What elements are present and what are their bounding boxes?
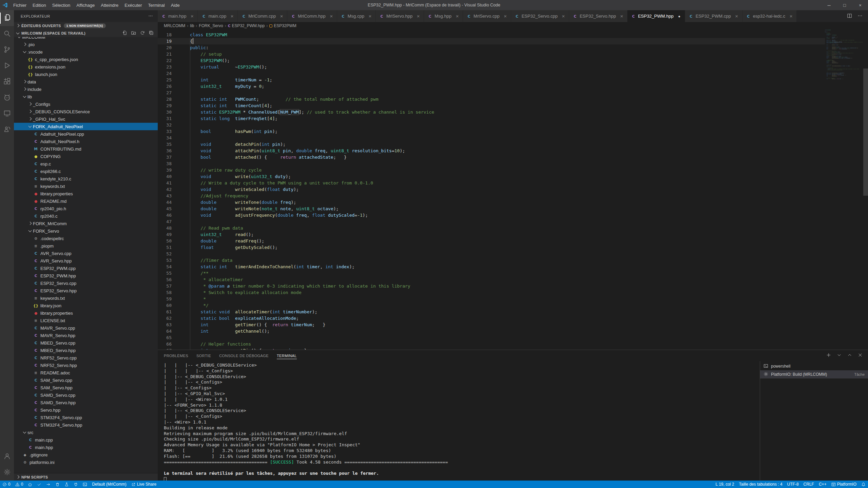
breadcrumb-item-lib[interactable]: lib (190, 23, 194, 28)
menu-affichage[interactable]: Affichage (73, 0, 98, 10)
tree-item-.codespellrc[interactable]: ⚙.codespellrc (14, 235, 158, 242)
status-pio-terminal[interactable] (80, 481, 90, 488)
status-pio-serial-monitor[interactable] (71, 481, 80, 488)
tree-item-_GPIO_Hal_Svc[interactable]: _GPIO_Hal_Svc (14, 115, 158, 123)
tree-item-FORK_Adafruit_NeoPixel[interactable]: FORK_Adafruit_NeoPixel (14, 123, 158, 130)
tree-item-_DEBUG_CONSOLEService[interactable]: _DEBUG_CONSOLEService (14, 108, 158, 115)
tab-MrlServo.hpp[interactable]: CMrlServo.hpp× (376, 10, 424, 22)
menu-exécuter[interactable]: Exécuter (121, 0, 145, 10)
tree-item-FORK_Servo[interactable]: FORK_Servo (14, 227, 158, 235)
tree-item-LICENSE.txt[interactable]: ≡LICENSE.txt (14, 317, 158, 324)
modified-dot-icon[interactable]: ● (677, 14, 682, 18)
status-language-mode[interactable]: C++ (816, 481, 829, 488)
status-pio-build[interactable] (35, 481, 44, 488)
menu-sélection[interactable]: Sélection (49, 0, 73, 10)
tree-item-ESP32_PWM.hpp[interactable]: CESP32_PWM.hpp (14, 272, 158, 279)
tab-ESP32_Servo.hpp[interactable]: CESP32_Servo.hpp× (569, 10, 628, 22)
status-encoding[interactable]: UTF-8 (785, 481, 801, 488)
activity-live-share[interactable] (0, 122, 14, 138)
terminal-output[interactable]: | | |-- <_DEBUG_CONSOLEService>| | | |--… (158, 361, 760, 481)
tree-item-Adafruit_NeoPixel.h[interactable]: CAdafruit_NeoPixel.h (14, 138, 158, 145)
terminal-picker-icon[interactable] (837, 353, 842, 358)
status-notifications[interactable] (859, 481, 868, 488)
tree-item-lib[interactable]: lib (14, 93, 158, 100)
menu-atteindre[interactable]: Atteindre (98, 0, 121, 10)
tree-item-AVR_Servo.cpp[interactable]: CAVR_Servo.cpp (14, 250, 158, 257)
tree-item-FORK_MrlComm[interactable]: FORK_MrlComm (14, 220, 158, 227)
breadcrumb-item-MRLCOMM[interactable]: MRLCOMM (164, 23, 185, 28)
status-pio-home[interactable] (25, 481, 35, 488)
tree-item-.gitignore[interactable]: ◆.gitignore (14, 451, 158, 458)
status-pio-upload[interactable] (44, 481, 53, 488)
tree-item-data[interactable]: data (14, 78, 158, 85)
close-icon[interactable]: × (230, 13, 234, 19)
minimize-button[interactable]: ─ (821, 0, 837, 10)
npm-scripts-section[interactable]: NPM SCRIPTS (14, 473, 158, 481)
tab-MrlServo.cpp[interactable]: CMrlServo.cpp× (463, 10, 511, 22)
tree-item-SAMD_Servo.hpp[interactable]: CSAMD_Servo.hpp (14, 399, 158, 406)
more-actions-icon[interactable] (148, 14, 153, 19)
activity-platformio[interactable] (0, 90, 14, 106)
tree-item-SAMD_Servo.cpp[interactable]: CSAMD_Servo.cpp (14, 391, 158, 399)
tab-ESP32_Servo.cpp[interactable]: CESP32_Servo.cpp× (511, 10, 569, 22)
panel-tab-SORTIE[interactable]: SORTIE (196, 350, 211, 361)
tree-item-extensions.json[interactable]: {}extensions.json (14, 63, 158, 71)
tree-item-c_cpp_properties.json[interactable]: {}c_cpp_properties.json (14, 56, 158, 63)
activity-run-debug[interactable] (0, 58, 14, 74)
status-pio-env[interactable]: Default (MrlComm) (90, 481, 129, 488)
status-pio-clean[interactable] (53, 481, 62, 488)
menu-terminal[interactable]: Terminal (145, 0, 168, 10)
close-panel-icon[interactable] (858, 353, 863, 358)
tree-item-esp8266.c[interactable]: Cesp8266.c (14, 168, 158, 175)
tree-item-keywords.txt[interactable]: ≡keywords.txt (14, 182, 158, 190)
panel-tab-CONSOLE DE DÉBOGAGE[interactable]: CONSOLE DE DÉBOGAGE (219, 350, 269, 361)
status-cursor-position[interactable]: L 19, col 2 (713, 481, 737, 488)
tree-item-ESP32_Servo.hpp[interactable]: CESP32_Servo.hpp (14, 287, 158, 294)
close-icon[interactable]: × (329, 13, 334, 19)
close-icon[interactable]: × (503, 13, 508, 19)
tree-item-NRF52_Servo.hpp[interactable]: CNRF52_Servo.hpp (14, 362, 158, 369)
tab-ESP32_PWM.hpp[interactable]: CESP32_PWM.hpp● (628, 10, 685, 22)
close-icon[interactable]: × (734, 13, 739, 19)
status-problems-errors[interactable]: 0 (0, 481, 13, 488)
tree-item-STM32F4_Servo.cpp[interactable]: CSTM32F4_Servo.cpp (14, 414, 158, 421)
status-pio-test[interactable] (62, 481, 71, 488)
tab-Msg.cpp[interactable]: CMsg.cpp× (337, 10, 376, 22)
tree-item-_Configs[interactable]: _Configs (14, 100, 158, 108)
tree-item-src[interactable]: src (14, 429, 158, 436)
split-editor-icon[interactable] (847, 13, 852, 19)
tab-esp32-hal-ledc.c[interactable]: Cesp32-hal-ledc.c× (742, 10, 797, 22)
close-icon[interactable]: × (190, 13, 194, 19)
tree-item-MAVR_Servo.cpp[interactable]: CMAVR_Servo.cpp (14, 324, 158, 332)
tree-item-AVR_Servo.hpp[interactable]: CAVR_Servo.hpp (14, 257, 158, 265)
tree-item-COPYING[interactable]: ●COPYING (14, 153, 158, 160)
activity-extensions[interactable] (0, 74, 14, 90)
tree-item-keywords.txt[interactable]: ≡keywords.txt (14, 294, 158, 302)
tab-main.cpp[interactable]: Cmain.cpp× (198, 10, 238, 22)
status-problems-warnings[interactable]: 0 (13, 481, 26, 488)
tree-item-MRLCOMM[interactable]: MRLCOMM (14, 37, 158, 41)
breadcrumb-item-FORK_Servo[interactable]: FORK_Servo (199, 23, 223, 28)
tree-item-main.cpp[interactable]: Cmain.cpp (14, 436, 158, 444)
tab-MrlComm.cpp[interactable]: CMrlComm.cpp× (238, 10, 287, 22)
tree-item-ESP32_PWM.cpp[interactable]: CESP32_PWM.cpp (14, 265, 158, 272)
tree-item-launch.json[interactable]: {}launch.json (14, 71, 158, 78)
terminal-session-PlatformIO: Build (MRLCOMM)[interactable]: PlatformIO: Build (MRLCOMM)Tâche (760, 370, 868, 378)
tree-item-README.adoc[interactable]: ≡README.adoc (14, 369, 158, 376)
tree-item-include[interactable]: include (14, 85, 158, 93)
close-icon[interactable]: × (279, 13, 284, 19)
panel-tab-TERMINAL[interactable]: TERMINAL (277, 350, 297, 361)
close-icon[interactable]: × (561, 13, 566, 19)
menu-fichier[interactable]: Fichier (10, 0, 30, 10)
tree-item-Servo.hpp[interactable]: CServo.hpp (14, 406, 158, 414)
tree-item-kendyte_k210.c[interactable]: Ckendyte_k210.c (14, 175, 158, 182)
close-icon[interactable]: × (789, 13, 793, 19)
tree-item-Adafruit_NeoPixel.cpp[interactable]: CAdafruit_NeoPixel.cpp (14, 130, 158, 138)
tree-item-platformio.ini[interactable]: ⚙platformio.ini (14, 458, 158, 466)
status-platformio-status[interactable]: PlatformIO (829, 481, 859, 488)
menu-aide[interactable]: Aide (168, 0, 183, 10)
minimap[interactable]: class ESP32PWM{public: // setup ESP32PWM… (825, 30, 863, 350)
activity-remote-explorer[interactable] (0, 106, 14, 122)
tree-item-.piopm[interactable]: ≡.piopm (14, 242, 158, 250)
tree-item-.pio[interactable]: .pio (14, 41, 158, 48)
